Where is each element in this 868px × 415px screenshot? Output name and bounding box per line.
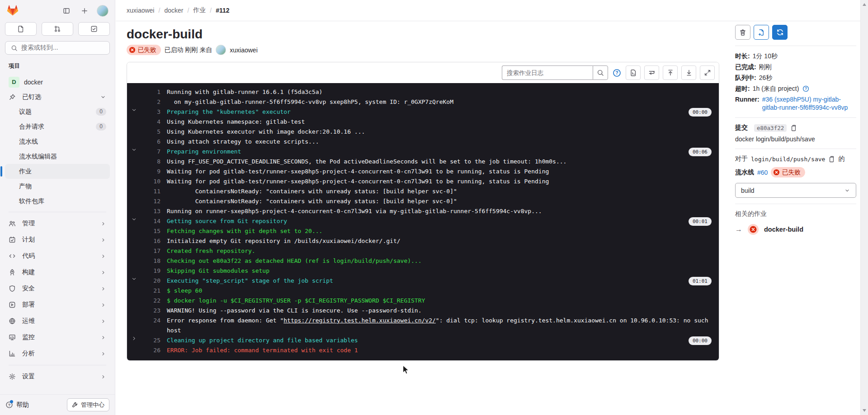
- help-question-icon[interactable]: ?: [802, 85, 809, 92]
- section-chevron-down-icon[interactable]: [132, 276, 142, 286]
- log-line-number[interactable]: 11: [142, 187, 160, 196]
- log-line-number[interactable]: 9: [142, 167, 160, 177]
- sidebar-section-监控[interactable]: 监控: [5, 329, 110, 345]
- user-avatar[interactable]: [97, 5, 108, 17]
- log-line-number[interactable]: 10: [142, 177, 160, 187]
- page-scrollbar[interactable]: [860, 0, 868, 415]
- sidebar-item-作业[interactable]: 作业: [5, 164, 110, 179]
- section-chevron-right-icon[interactable]: [132, 336, 142, 345]
- trigger-user-name[interactable]: xuxiaowei: [230, 47, 257, 54]
- copy-ref-icon[interactable]: [828, 156, 835, 163]
- log-section-header[interactable]: Getting source from Git repository: [167, 216, 683, 226]
- breadcrumb-project[interactable]: docker: [164, 7, 183, 14]
- sidebar-item-产物[interactable]: 产物: [5, 179, 110, 194]
- copy-commit-icon[interactable]: [790, 125, 797, 131]
- log-line-number[interactable]: 17: [142, 246, 160, 256]
- log-line-number[interactable]: 21: [142, 286, 160, 296]
- log-line-number[interactable]: 18: [142, 256, 160, 266]
- log-line-number[interactable]: 19: [142, 266, 160, 276]
- scrollbar-up-arrow[interactable]: [863, 3, 866, 6]
- erase-job-log-button[interactable]: [735, 25, 750, 40]
- scroll-to-top-button[interactable]: [663, 65, 678, 80]
- wrap-lines-button[interactable]: [644, 65, 659, 80]
- breadcrumb-user[interactable]: xuxiaowei: [127, 7, 154, 14]
- search-placeholder: 搜索或转到...: [21, 44, 58, 52]
- sidebar-section-管理[interactable]: 管理: [5, 215, 110, 232]
- merge-requests-shortcut-button[interactable]: [42, 22, 73, 36]
- log-line-number[interactable]: 15: [142, 226, 160, 236]
- log-section-header[interactable]: Cleaning up project directory and file b…: [167, 336, 683, 345]
- log-url-link[interactable]: https://registry.test.helm.xuxiaowei.cn/…: [283, 317, 436, 324]
- log-line-number[interactable]: 8: [142, 157, 160, 167]
- sidebar-section-代码[interactable]: 代码: [5, 248, 110, 264]
- log-line-number[interactable]: 13: [142, 206, 160, 216]
- log-line-number[interactable]: 24: [142, 316, 160, 336]
- scroll-to-bottom-button[interactable]: [681, 65, 696, 80]
- create-new-icon[interactable]: [79, 5, 90, 17]
- todos-shortcut-button[interactable]: [78, 22, 110, 36]
- help-menu[interactable]: ? 帮助: [5, 401, 29, 409]
- log-line-number[interactable]: 23: [142, 306, 160, 316]
- sidebar-item-议题[interactable]: 议题 0: [5, 104, 110, 119]
- breadcrumb-jobs[interactable]: 作业: [193, 6, 206, 14]
- section-chevron-down-icon[interactable]: [132, 216, 142, 226]
- sidebar-item-流水线编辑器[interactable]: 流水线编辑器: [5, 149, 110, 164]
- sidebar-section-计划[interactable]: 计划: [5, 232, 110, 248]
- sidebar-item-合并请求[interactable]: 合并请求 0: [5, 119, 110, 134]
- log-line-number[interactable]: 12: [142, 196, 160, 206]
- breadcrumb-job-id[interactable]: #112: [216, 7, 229, 14]
- log-section-header[interactable]: Preparing the "kubernetes" executor: [167, 107, 683, 117]
- log-line-number[interactable]: 1: [142, 87, 160, 97]
- sidebar-item-pinned[interactable]: 已钉选: [5, 89, 110, 104]
- pipeline-number-link[interactable]: #60: [757, 169, 768, 176]
- log-line-number[interactable]: 5: [142, 127, 160, 137]
- related-job-item[interactable]: → docker-build: [735, 224, 856, 235]
- log-line-number[interactable]: 2: [142, 97, 160, 107]
- fullscreen-button[interactable]: [700, 65, 715, 80]
- log-line-number[interactable]: 14: [142, 216, 160, 226]
- new-issue-button[interactable]: [754, 25, 769, 40]
- sidebar-toggle-icon[interactable]: [61, 5, 72, 17]
- pipeline-ref[interactable]: login/build/push/save: [751, 156, 825, 163]
- sidebar-item-project-docker[interactable]: D docker: [5, 75, 110, 89]
- log-line-number[interactable]: 20: [142, 276, 160, 286]
- stage-dropdown[interactable]: build: [735, 183, 856, 198]
- retry-job-button[interactable]: [772, 25, 788, 40]
- log-line-number[interactable]: 6: [142, 137, 160, 147]
- log-line-number[interactable]: 7: [142, 147, 160, 157]
- global-search[interactable]: 搜索或转到...: [5, 41, 110, 55]
- admin-area-button[interactable]: 管理中心: [67, 398, 109, 411]
- log-section-header[interactable]: Executing "step_script" stage of the job…: [167, 276, 683, 286]
- scrollbar-down-arrow[interactable]: [863, 409, 866, 412]
- commit-message[interactable]: docker login/build/push/save: [735, 135, 856, 143]
- log-search-button[interactable]: [593, 65, 608, 80]
- retry-refresh-icon: [776, 28, 784, 36]
- section-chevron-down-icon[interactable]: [132, 147, 142, 157]
- detail-value[interactable]: #36 (sxep8hP5U) my-gitlab-gitlab-runner-…: [762, 95, 856, 112]
- sidebar-item-软件包库[interactable]: 软件包库: [5, 194, 110, 209]
- log-line-number[interactable]: 26: [142, 345, 160, 355]
- sidebar-section-设置[interactable]: 设置: [5, 368, 110, 385]
- log-section-header[interactable]: Preparing environment: [167, 147, 683, 157]
- log-help-icon[interactable]: ?: [613, 69, 621, 77]
- log-line-number[interactable]: 4: [142, 117, 160, 127]
- sidebar-section-部署[interactable]: 部署: [5, 297, 110, 313]
- sidebar-item-流水线[interactable]: 流水线: [5, 134, 110, 149]
- sidebar-section-运维[interactable]: 运维: [5, 313, 110, 329]
- sidebar-section-分析[interactable]: 分析: [5, 345, 110, 362]
- trigger-user-avatar[interactable]: [216, 45, 226, 55]
- section-chevron-down-icon[interactable]: [132, 107, 142, 117]
- log-line-number[interactable]: 25: [142, 336, 160, 345]
- sidebar-section-安全[interactable]: 安全: [5, 280, 110, 297]
- gitlab-logo[interactable]: [6, 5, 19, 17]
- commit-sha[interactable]: e80a3f22: [754, 124, 787, 132]
- pipeline-status-badge[interactable]: 已失败: [771, 167, 805, 177]
- issues-shortcut-button[interactable]: [5, 22, 37, 36]
- status-badge[interactable]: 已失败: [127, 45, 161, 55]
- log-line-number[interactable]: 3: [142, 107, 160, 117]
- sidebar-section-构建[interactable]: 构建: [5, 264, 110, 280]
- log-line-number[interactable]: 16: [142, 236, 160, 246]
- raw-log-button[interactable]: [626, 65, 641, 80]
- log-line-number[interactable]: 22: [142, 296, 160, 306]
- log-search-input[interactable]: [502, 65, 593, 80]
